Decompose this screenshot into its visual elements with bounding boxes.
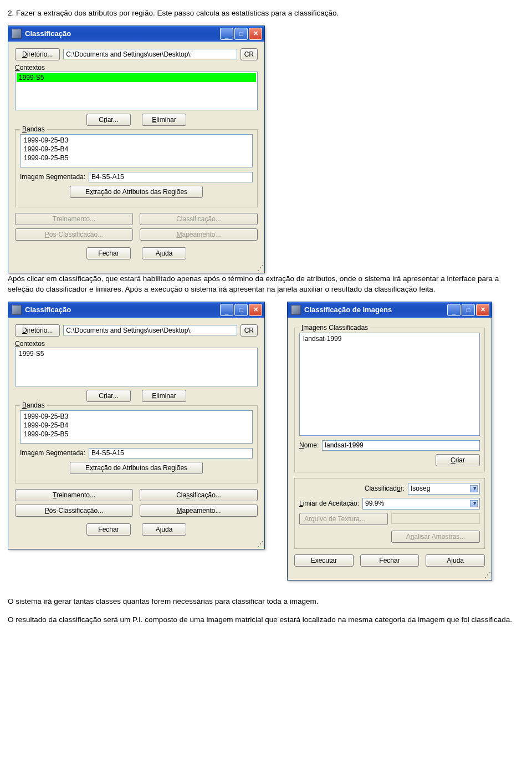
close-button[interactable]: ✕	[249, 304, 262, 316]
imgseg-label: Imagem Segmentada:	[20, 173, 85, 181]
classificador-label: Classificador:	[365, 485, 405, 492]
bandas-list[interactable]: 1999-09-25-B3 1999-09-25-B4 1999-09-25-B…	[20, 410, 253, 444]
imagens-list[interactable]: landsat-1999	[299, 333, 480, 436]
close-button[interactable]: ✕	[476, 304, 489, 316]
nome-label: Nome:	[299, 441, 319, 449]
maximize-button[interactable]: □	[462, 304, 475, 316]
extracao-button[interactable]: Extração de Atributos das Regiões	[70, 186, 203, 198]
imgseg-label: Imagem Segmentada:	[20, 449, 85, 457]
criar-button[interactable]: Criar...	[86, 114, 131, 126]
nome-input[interactable]	[322, 440, 480, 451]
extracao-button[interactable]: Extração de Atributos das Regiões	[70, 462, 203, 474]
window-classificacao: Classificação _ □ ✕ Diretório... CR Cont…	[8, 302, 265, 549]
window-title: Classificação de Imagens	[304, 305, 447, 314]
list-item[interactable]: 1999-S5	[17, 73, 256, 82]
classificacao-button[interactable]: Classificação...	[140, 213, 258, 225]
list-item[interactable]: 1999-09-25-B4	[22, 145, 251, 154]
criar-button[interactable]: Criar...	[86, 390, 131, 402]
list-item[interactable]: landsat-1999	[301, 334, 478, 343]
analisar-button[interactable]: Analisar Amostras...	[391, 531, 480, 543]
minimize-button[interactable]: _	[447, 304, 461, 316]
imagens-group: Imagens Classificadas landsat-1999 Nome:…	[294, 328, 485, 472]
resize-grip[interactable]: ⋰	[8, 264, 264, 273]
limiar-label: Limiar de Aceitação:	[299, 500, 359, 507]
app-icon	[291, 305, 301, 315]
ajuda-button[interactable]: Ajuda	[426, 554, 485, 567]
classificacao-button[interactable]: Classificação...	[140, 489, 258, 501]
ajuda-button[interactable]: Ajuda	[142, 523, 186, 536]
mapeamento-button[interactable]: Mapeamento...	[140, 505, 258, 517]
fechar-button[interactable]: Fechar	[360, 554, 420, 567]
bandas-group: Bandas 1999-09-25-B3 1999-09-25-B4 1999-…	[15, 129, 258, 207]
eliminar-button[interactable]: Eliminar	[142, 390, 186, 402]
bandas-group: Bandas 1999-09-25-B3 1999-09-25-B4 1999-…	[15, 405, 258, 483]
instruction-middle: Após clicar em classificação, que estará…	[8, 273, 524, 295]
treinamento-button[interactable]: Treinamento...	[15, 213, 133, 225]
minimize-button[interactable]: _	[220, 304, 233, 316]
titlebar[interactable]: Classificação de Imagens _ □ ✕	[288, 302, 492, 318]
bandas-legend: Bandas	[20, 125, 47, 133]
directory-input[interactable]	[63, 325, 237, 335]
app-icon	[12, 29, 22, 39]
contextos-label: Contextos	[15, 340, 258, 348]
ajuda-button[interactable]: Ajuda	[142, 247, 186, 259]
cr-button[interactable]: CR	[241, 48, 258, 60]
footer-text-1: O sistema irá gerar tantas classes quant…	[8, 596, 524, 607]
window-classificacao-imagens: Classificação de Imagens _ □ ✕ Imagens C…	[287, 302, 492, 580]
treinamento-button[interactable]: Treinamento...	[15, 489, 133, 501]
list-item[interactable]: 1999-S5	[17, 349, 256, 358]
minimize-button[interactable]: _	[220, 28, 233, 40]
mapeamento-button[interactable]: Mapeamento...	[140, 228, 258, 241]
fechar-button[interactable]: Fechar	[86, 247, 131, 259]
imgseg-input[interactable]	[89, 448, 253, 459]
classifier-group: Classificador: Isoseg Limiar de Aceitaçã…	[294, 478, 485, 549]
window-title: Classificação	[25, 305, 220, 314]
arquivo-textura-button[interactable]: Arquivo de Textura...	[299, 513, 388, 525]
limiar-combo[interactable]: 99.9%	[362, 498, 480, 510]
imagens-legend: Imagens Classificadas	[299, 324, 370, 332]
posclass-button[interactable]: Pós-Classificação...	[15, 505, 133, 517]
list-item[interactable]: 1999-09-25-B3	[22, 136, 251, 145]
close-button[interactable]: ✕	[249, 28, 262, 40]
window-title: Classificação	[25, 29, 220, 38]
bandas-legend: Bandas	[20, 401, 47, 409]
app-icon	[12, 305, 22, 315]
criar-button[interactable]: Criar	[436, 454, 480, 466]
posclass-button[interactable]: Pós-Classificação...	[15, 228, 133, 241]
maximize-button[interactable]: □	[234, 28, 248, 40]
bandas-list[interactable]: 1999-09-25-B3 1999-09-25-B4 1999-09-25-B…	[20, 134, 253, 167]
resize-grip[interactable]: ⋰	[8, 540, 264, 549]
directory-button[interactable]: Diretório...	[15, 48, 60, 60]
directory-input[interactable]	[63, 49, 237, 59]
list-item[interactable]: 1999-09-25-B4	[22, 421, 251, 430]
titlebar[interactable]: Classificação _ □ ✕	[8, 26, 264, 42]
contextos-list[interactable]: 1999-S5	[15, 72, 258, 110]
maximize-button[interactable]: □	[234, 304, 248, 316]
list-item[interactable]: 1999-09-25-B5	[22, 154, 251, 162]
contextos-list[interactable]: 1999-S5	[15, 348, 258, 386]
instruction-step-2: 2. Fazer a extração dos atributos por re…	[8, 8, 524, 19]
directory-button[interactable]: Diretório...	[15, 324, 60, 337]
list-item[interactable]: 1999-09-25-B5	[22, 430, 251, 439]
imgseg-input[interactable]	[89, 172, 253, 182]
footer-text-2: O resultado da classificação será um P.I…	[8, 614, 524, 625]
classificador-combo[interactable]: Isoseg	[408, 483, 480, 495]
cr-button[interactable]: CR	[241, 324, 258, 337]
titlebar[interactable]: Classificação _ □ ✕	[8, 302, 264, 318]
arquivo-textura-input	[391, 513, 480, 524]
resize-grip[interactable]: ⋰	[288, 571, 492, 580]
eliminar-button[interactable]: Eliminar	[142, 114, 186, 126]
contextos-label: Contextos	[15, 64, 258, 72]
window-classificacao-selected: Classificação _ □ ✕ Diretório... CR Cont…	[8, 26, 265, 273]
fechar-button[interactable]: Fechar	[86, 523, 131, 536]
executar-button[interactable]: Executar	[294, 554, 354, 567]
list-item[interactable]: 1999-09-25-B3	[22, 412, 251, 421]
